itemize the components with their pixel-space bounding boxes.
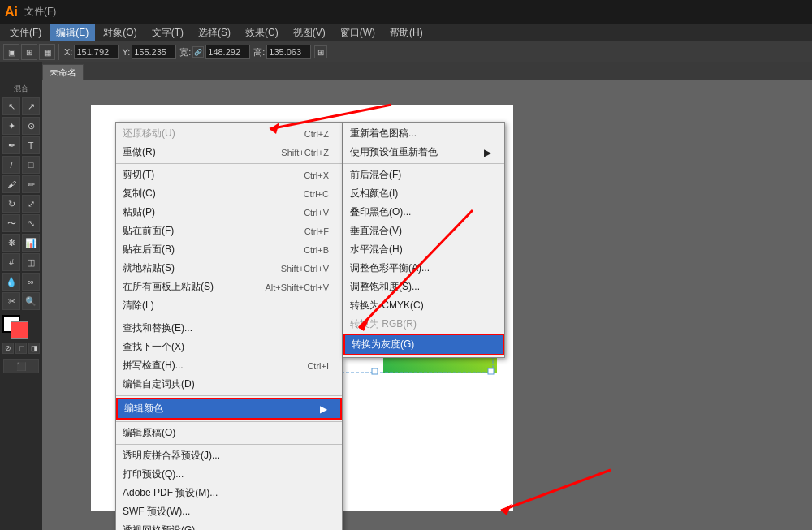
color-sep-1 xyxy=(343,163,504,164)
menu-help[interactable]: 帮助(H) xyxy=(383,24,430,41)
crop-tool[interactable]: ✂ xyxy=(2,292,20,310)
tool-row-10: 💧 ∞ xyxy=(2,273,40,291)
color-saturation[interactable]: 调整饱和度(S)... xyxy=(343,278,504,296)
warp-tool[interactable]: 〜 xyxy=(2,214,20,232)
toolbar-btn-3[interactable]: ▦ xyxy=(39,44,55,60)
blend-tool[interactable]: ∞ xyxy=(22,273,40,291)
menu-find-next-label: 查找下一个(X) xyxy=(123,340,184,354)
edit-dropdown-menu: 还原移动(U) Ctrl+Z 重做(R) Shift+Ctrl+Z 剪切(T) … xyxy=(115,122,343,530)
menu-edit-original[interactable]: 编辑原稿(O) xyxy=(116,424,342,442)
menu-redo[interactable]: 重做(R) Shift+Ctrl+Z xyxy=(116,143,342,162)
doc-tab[interactable]: 未命名 xyxy=(42,64,84,80)
color-recolor-label: 重新着色图稿... xyxy=(350,127,417,140)
menu-edit[interactable]: 编辑(E) xyxy=(50,24,95,41)
x-label: X: xyxy=(64,47,72,57)
direct-select-tool[interactable]: ↗ xyxy=(22,97,40,115)
lasso-tool[interactable]: ⊙ xyxy=(22,117,40,135)
menu-perspective[interactable]: 透视网格预设(G)... xyxy=(116,521,342,530)
ai-logo: Ai xyxy=(5,5,18,19)
paintbrush-tool[interactable]: 🖌 xyxy=(2,175,20,193)
rect-tool[interactable]: □ xyxy=(22,156,40,174)
color-to-rgb[interactable]: 转换为 RGB(R) xyxy=(343,315,504,334)
graph-tool[interactable]: 📊 xyxy=(22,234,40,252)
menu-spell[interactable]: 拼写检查(H)... Ctrl+I xyxy=(116,356,342,375)
color-blend-front[interactable]: 前后混合(F) xyxy=(343,166,504,184)
menu-cut[interactable]: 剪切(T) Ctrl+X xyxy=(116,166,342,184)
mesh-tool[interactable]: # xyxy=(2,253,20,271)
menu-swf-presets[interactable]: SWF 预设(W)... xyxy=(116,502,342,521)
sep-5 xyxy=(116,444,342,445)
handle-br[interactable] xyxy=(488,368,494,374)
color-to-cmyk[interactable]: 转换为 CMYK(C) xyxy=(343,296,504,315)
pencil-tool[interactable]: ✏ xyxy=(22,175,40,193)
sep-1 xyxy=(116,163,342,164)
lock-ratio-btn[interactable]: 🔗 xyxy=(192,46,204,58)
menu-find-next[interactable]: 查找下一个(X) xyxy=(116,338,342,356)
y-input[interactable] xyxy=(132,45,176,59)
handle-bm[interactable] xyxy=(372,368,378,374)
menu-paste-label: 粘贴(P) xyxy=(123,205,155,219)
color-balance[interactable]: 调整色彩平衡(A)... xyxy=(343,259,504,278)
menu-paste-in-place-shortcut: Shift+Ctrl+V xyxy=(281,264,329,274)
menu-object[interactable]: 对象(O) xyxy=(97,24,143,41)
color-btn[interactable]: ◻ xyxy=(15,343,27,354)
toolbar-btn-1[interactable]: ▣ xyxy=(3,44,19,60)
rotate-tool[interactable]: ↻ xyxy=(2,195,20,213)
menu-paste[interactable]: 粘贴(P) Ctrl+V xyxy=(116,203,342,222)
menu-window[interactable]: 窗口(W) xyxy=(334,24,382,41)
menu-transparency[interactable]: 透明度拼合器预设(J)... xyxy=(116,446,342,465)
color-to-grayscale[interactable]: 转换为灰度(G) xyxy=(343,334,504,355)
toolbar-btn-2[interactable]: ⊞ xyxy=(21,44,37,60)
magic-wand-tool[interactable]: ✦ xyxy=(2,117,20,135)
free-transform-tool[interactable]: ⤡ xyxy=(22,214,40,232)
pen-tool[interactable]: ✒ xyxy=(2,136,20,154)
menu-paste-all[interactable]: 在所有画板上粘贴(S) Alt+Shift+Ctrl+V xyxy=(116,278,342,296)
color-vertical[interactable]: 垂直混合(V) xyxy=(343,222,504,240)
gradient-btn[interactable]: ◨ xyxy=(28,343,40,354)
tool-row-11: ✂ 🔍 xyxy=(2,292,40,310)
menu-paste-back[interactable]: 贴在后面(B) Ctrl+B xyxy=(116,240,342,259)
transform-btn[interactable]: ⊞ xyxy=(314,45,327,58)
menu-print-presets[interactable]: 打印预设(Q)... xyxy=(116,465,342,484)
scale-tool[interactable]: ⤢ xyxy=(22,195,40,213)
menu-edit-dict[interactable]: 编辑自定词典(D) xyxy=(116,375,342,394)
eyedropper-tool[interactable]: 💧 xyxy=(2,273,20,291)
symbol-tool[interactable]: ❋ xyxy=(2,234,20,252)
w-input[interactable] xyxy=(205,45,250,59)
menu-effect[interactable]: 效果(C) xyxy=(239,24,285,41)
tool-row-8: ❋ 📊 xyxy=(2,234,40,252)
none-btn[interactable]: ⊘ xyxy=(2,343,14,354)
color-use-preset[interactable]: 使用预设值重新着色 ▶ xyxy=(343,143,504,162)
menu-pdf-presets[interactable]: Adobe PDF 预设(M)... xyxy=(116,484,342,502)
menu-text[interactable]: 文字(T) xyxy=(145,24,190,41)
color-overprint[interactable]: 叠印黑色(O)... xyxy=(343,203,504,222)
menu-file[interactable]: 文件(F) xyxy=(3,24,48,41)
x-input[interactable] xyxy=(74,45,119,59)
menu-find-replace[interactable]: 查找和替换(E)... xyxy=(116,319,342,338)
sep-4 xyxy=(116,421,342,422)
menu-copy[interactable]: 复制(C) Ctrl+C xyxy=(116,184,342,203)
change-mode-btn[interactable]: ⬛ xyxy=(3,359,39,373)
menu-edit-colors[interactable]: 编辑颜色 ▶ xyxy=(116,398,342,420)
canvas-area: 还原移动(U) Ctrl+Z 重做(R) Shift+Ctrl+Z 剪切(T) … xyxy=(42,80,812,530)
h-input[interactable] xyxy=(266,45,311,59)
menu-paste-back-label: 贴在后面(B) xyxy=(123,243,175,256)
zoom-tool[interactable]: 🔍 xyxy=(22,292,40,310)
color-recolor[interactable]: 重新着色图稿... xyxy=(343,124,504,143)
menu-view[interactable]: 视图(V) xyxy=(287,24,332,41)
menu-undo[interactable]: 还原移动(U) Ctrl+Z xyxy=(116,124,342,143)
menu-paste-front[interactable]: 贴在前面(F) Ctrl+F xyxy=(116,222,342,240)
color-invert[interactable]: 反相颜色(I) xyxy=(343,184,504,203)
menu-paste-in-place[interactable]: 就地粘贴(S) Shift+Ctrl+V xyxy=(116,259,342,278)
toolbar-transform-group: ▣ ⊞ ▦ xyxy=(3,44,59,60)
select-tool[interactable]: ↖ xyxy=(2,97,20,115)
menu-clear[interactable]: 清除(L) xyxy=(116,296,342,315)
fill-color[interactable] xyxy=(11,321,28,339)
color-horizontal[interactable]: 水平混合(H) xyxy=(343,240,504,259)
line-tool[interactable]: / xyxy=(2,156,20,174)
text-tool[interactable]: T xyxy=(22,136,40,154)
tool-row-1: ↖ ↗ xyxy=(2,97,40,115)
gradient-tool[interactable]: ◫ xyxy=(22,253,40,271)
w-label: 宽: xyxy=(179,46,191,58)
menu-select[interactable]: 选择(S) xyxy=(192,24,237,41)
